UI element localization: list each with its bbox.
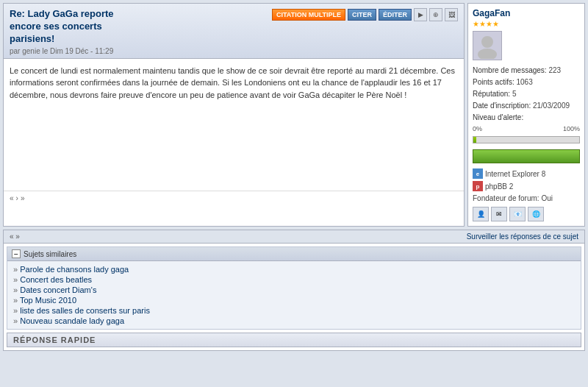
- topic-link-3[interactable]: Dates concert Diam's: [20, 285, 96, 294]
- inscription-label: Date d'inscription:: [473, 102, 531, 110]
- inscription-row: Date d'inscription: 21/03/2009: [473, 100, 580, 112]
- phpbb-info: p phpBB 2: [473, 181, 580, 191]
- messages-value: 223: [548, 66, 561, 74]
- post-title-line2: encore ses concerts: [10, 21, 102, 32]
- post-area: Re: Lady GaGa reporte encore ses concert…: [3, 3, 465, 227]
- svg-point-0: [481, 36, 493, 48]
- separator: ›: [16, 194, 18, 202]
- watch-link[interactable]: Surveiller les réponses de ce sujet: [467, 232, 578, 241]
- reply-label: RÉPONSE RAPIDE: [13, 335, 96, 344]
- post-meta: par genie le Dim 19 Déc - 11:29: [10, 47, 114, 55]
- alerte-label: Niveau d'alerte:: [473, 113, 523, 121]
- citation-multiple-button[interactable]: CITATION MULTIPLE: [272, 9, 345, 21]
- ie-icon: e: [473, 168, 483, 179]
- topic-link-6[interactable]: Nouveau scandale lady gaga: [20, 316, 124, 325]
- action-icon-pm[interactable]: ✉: [491, 207, 507, 221]
- post-header: Re: Lady GaGa reporte encore ses concert…: [4, 4, 464, 59]
- svg-point-1: [478, 49, 497, 59]
- list-item: Dates concert Diam's: [13, 285, 575, 295]
- reply-section: RÉPONSE RAPIDE: [7, 333, 581, 347]
- post-footer-icons: « › »: [4, 191, 464, 205]
- icon-btn-2[interactable]: ⊕: [429, 8, 442, 21]
- similar-topics-header: − Sujets similaires: [7, 247, 581, 261]
- icon-btn-1[interactable]: ▶: [414, 8, 427, 21]
- action-icon-email[interactable]: 📧: [509, 207, 526, 221]
- progress-bar-fill: [473, 137, 476, 143]
- points-row: Points actifs: 1063: [473, 77, 580, 88]
- alerte-min: 0%: [473, 124, 482, 134]
- alerte-row: Niveau d'alerte:: [473, 112, 580, 124]
- fondateur-label: Fondateur de forum:: [473, 194, 539, 202]
- browser-label: Internet Explorer 8: [485, 170, 545, 178]
- progress-labels: 0% 100%: [473, 124, 580, 134]
- inscription-value: 21/03/2009: [533, 102, 570, 110]
- citer-button[interactable]: CITER: [348, 9, 376, 21]
- reputation-value: 5: [512, 90, 517, 98]
- browser-info: e Internet Explorer 8: [473, 168, 580, 179]
- bottom-area: « » Surveiller les réponses de ce sujet …: [3, 230, 585, 351]
- action-icon-web[interactable]: 🌐: [528, 207, 544, 221]
- editer-button[interactable]: ÉDITER: [379, 9, 412, 21]
- user-action-icons: 👤 ✉ 📧 🌐: [473, 207, 580, 221]
- post-title: Re: Lady GaGa reporte encore ses concert…: [10, 8, 114, 46]
- post-content: Le concert de lundi est normalement main…: [10, 65, 458, 102]
- topic-link-1[interactable]: Parole de chansons lady gaga: [20, 265, 129, 274]
- points-label: Points actifs:: [473, 78, 514, 86]
- topic-link-5[interactable]: liste des salles de conserts sur paris: [20, 306, 150, 315]
- similar-topics: − Sujets similaires Parole de chansons l…: [7, 246, 581, 330]
- list-item: Nouveau scandale lady gaga: [13, 316, 575, 326]
- fondateur-value: Oui: [541, 194, 553, 202]
- messages-row: Nombre de messages: 223: [473, 65, 580, 77]
- collapse-icon[interactable]: −: [12, 249, 21, 258]
- post-footer-bar: « » Surveiller les réponses de ce sujet: [4, 230, 584, 244]
- list-item: Concert des beatles: [13, 274, 575, 285]
- user-sidebar: GagaFan ★★★★ Nombre de messages: 223 Poi…: [467, 3, 585, 227]
- similar-topics-title: Sujets similaires: [24, 250, 76, 258]
- icon-btn-3[interactable]: 🖼: [445, 8, 458, 21]
- action-icon-profile[interactable]: 👤: [473, 207, 489, 221]
- similar-topics-list: Parole de chansons lady gaga Concert des…: [7, 261, 581, 329]
- pagination-text: « »: [10, 232, 20, 241]
- topic-link-4[interactable]: Top Music 2010: [20, 296, 76, 305]
- chevron-right-icon: »: [21, 194, 25, 202]
- user-stars: ★★★★: [473, 20, 580, 28]
- post-title-line1: Re: Lady GaGa reporte: [10, 8, 114, 19]
- messages-label: Nombre de messages:: [473, 66, 547, 74]
- post-body: Le concert de lundi est normalement main…: [4, 59, 464, 191]
- green-action-button[interactable]: [473, 149, 580, 163]
- user-stats: Nombre de messages: 223 Points actifs: 1…: [473, 65, 580, 143]
- reputation-label: Réputation:: [473, 90, 510, 98]
- post-title-line3: parisiens!: [10, 33, 54, 44]
- chevron-left-icon: «: [10, 194, 14, 202]
- list-item: liste des salles de conserts sur paris: [13, 305, 575, 316]
- toolbar-buttons: CITATION MULTIPLE CITER ÉDITER ▶ ⊕ 🖼: [272, 8, 458, 21]
- list-item: Top Music 2010: [13, 295, 575, 305]
- reputation-row: Réputation: 5: [473, 88, 580, 100]
- points-value: 1063: [516, 78, 532, 86]
- post-title-block: Re: Lady GaGa reporte encore ses concert…: [10, 8, 114, 55]
- topic-link-2[interactable]: Concert des beatles: [20, 275, 92, 284]
- content-wrapper: Re: Lady GaGa reporte encore ses concert…: [3, 3, 585, 227]
- progress-bar-container: [473, 136, 580, 143]
- list-item: Parole de chansons lady gaga: [13, 264, 575, 274]
- user-avatar: [473, 31, 502, 60]
- phpbb-icon: p: [473, 181, 483, 191]
- phpbb-label: phpBB 2: [485, 182, 513, 191]
- fondateur-row: Fondateur de forum: Oui: [473, 194, 580, 202]
- main-container: Re: Lady GaGa reporte encore ses concert…: [0, 0, 588, 387]
- alerte-max: 100%: [563, 124, 580, 134]
- username: GagaFan: [473, 8, 580, 18]
